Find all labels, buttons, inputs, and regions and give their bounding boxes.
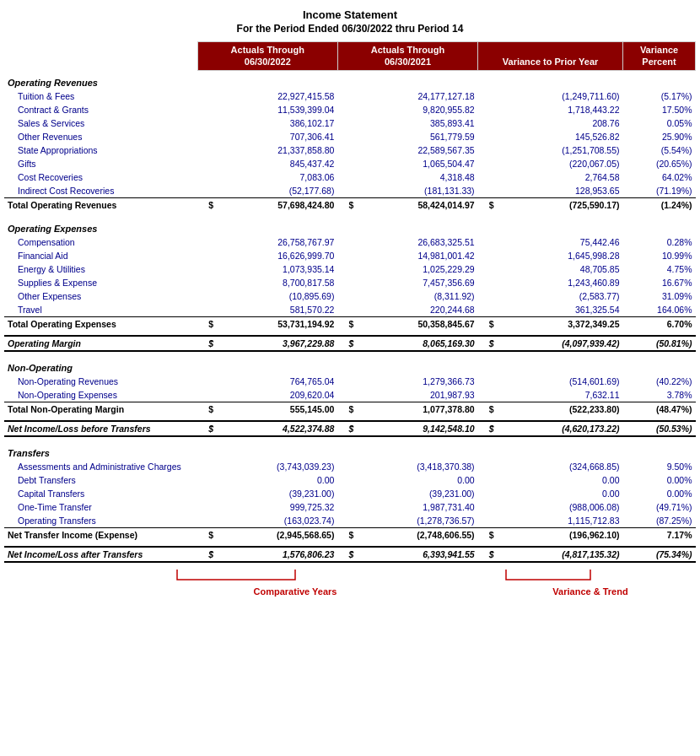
non-op-revenues-label: Non-Operating Revenues [4,375,197,388]
total-op-rev-pct: (1.24%) [623,197,696,212]
state-approp-v2: 22,589,567.35 [357,143,477,157]
travel-var: 361,325.54 [498,303,623,317]
indirect-cost-v1: (52,177.68) [217,184,337,198]
state-approp-pct: (5.54%) [623,143,696,157]
debt-trans-var: 0.00 [498,473,623,487]
net-income-before-label: Net Income/Loss before Transfers [4,421,197,436]
indirect-cost-pct: (71.19%) [623,184,696,198]
travel-v1: 581,570.22 [217,303,337,317]
one-time-v2: 1,987,731.40 [357,500,477,514]
non-op-exp-pct: 3.78% [623,388,696,402]
contract-grants-v2: 9,820,955.82 [357,103,477,116]
gifts-label: Gifts [4,157,197,170]
energy-pct: 4.75% [623,262,696,276]
sales-services-label: Sales & Services [4,116,197,130]
cost-rec-pct: 64.02% [623,170,696,184]
op-trans-v2: (1,278,736.57) [357,514,477,528]
financial-aid-pct: 10.99% [623,249,696,262]
cost-rec-v2: 4,318.48 [357,170,477,184]
assessments-pct: 9.50% [623,460,696,473]
net-before-ds3: $ [478,421,498,436]
one-time-pct: (49.71%) [623,500,696,514]
total-op-rev-ds3: $ [478,197,498,212]
op-margin-pct: (50.81%) [623,336,696,351]
operating-margin-label: Operating Margin [4,336,197,351]
page-title: Income Statement [4,8,696,21]
header-col3: Variance to Prior Year [478,42,623,71]
state-appropriations-label: State Appropriations [4,143,197,157]
total-op-rev-v2: 58,424,014.97 [357,197,477,212]
supplies-var: 1,243,460.89 [498,276,623,289]
net-after-var: (4,817,135.32) [498,547,623,562]
net-before-v2: 9,142,548.10 [357,421,477,436]
comparative-bracket-svg [169,568,422,585]
page-subtitle: For the Period Ended 06/30/2022 thru Per… [4,23,696,35]
net-before-ds1: $ [197,421,217,436]
variance-bracket-svg [498,568,683,585]
other-exp-var: (2,583.77) [498,289,623,303]
non-op-rev-pct: (40.22%) [623,375,696,388]
total-op-rev-var: (725,590.17) [498,197,623,212]
supplies-expense-label: Supplies & Expense [4,276,197,289]
travel-pct: 164.06% [623,303,696,317]
financial-aid-v1: 16,626,999.70 [217,249,337,262]
gifts-pct: (20.65%) [623,157,696,170]
supplies-v2: 7,457,356.69 [357,276,477,289]
energy-v2: 1,025,229.29 [357,262,477,276]
cost-rec-var: 2,764.58 [498,170,623,184]
capital-trans-var: 0.00 [498,487,623,500]
sales-services-v1: 386,102.17 [217,116,337,130]
net-trans-var: (196,962.10) [498,527,623,542]
total-op-exp-pct: 6.70% [623,316,696,331]
total-non-op-ds2: $ [337,402,357,416]
debt-transfers-label: Debt Transfers [4,473,197,487]
tuition-fees-label: Tuition & Fees [4,89,197,103]
operating-revenues-header: Operating Revenues [4,70,696,89]
net-after-pct: (75.34%) [623,547,696,562]
other-expenses-label: Other Expenses [4,289,197,303]
capital-trans-v1: (39,231.00) [217,487,337,500]
header-col1: Actuals Through06/30/2022 [197,42,337,71]
compensation-v1: 26,758,767.97 [217,235,337,249]
net-before-v1: 4,522,374.88 [217,421,337,436]
one-time-var: (988,006.08) [498,500,623,514]
net-after-ds3: $ [478,547,498,562]
net-transfer-label: Net Transfer Income (Expense) [4,527,197,542]
comparative-years-bracket: Comparative Years [169,568,422,597]
net-trans-ds2: $ [337,527,357,542]
op-margin-ds3: $ [478,336,498,351]
debt-trans-v1: 0.00 [217,473,337,487]
financial-aid-label: Financial Aid [4,249,197,262]
gifts-var: (220,067.05) [498,157,623,170]
supplies-v1: 8,700,817.58 [217,276,337,289]
net-trans-pct: 7.17% [623,527,696,542]
operating-transfers-label: Operating Transfers [4,514,197,528]
one-time-v1: 999,725.32 [217,500,337,514]
net-before-var: (4,620,173.22) [498,421,623,436]
contract-grants-label: Contract & Grants [4,103,197,116]
tuition-fees-var: (1,249,711.60) [498,89,623,103]
contract-grants-pct: 17.50% [623,103,696,116]
capital-transfers-label: Capital Transfers [4,487,197,500]
indirect-cost-rec-label: Indirect Cost Recoveries [4,184,197,198]
travel-v2: 220,244.68 [357,303,477,317]
debt-trans-pct: 0.00% [623,473,696,487]
total-non-op-v1: 555,145.00 [217,402,337,416]
net-after-v2: 6,393,941.55 [357,547,477,562]
header-label [4,42,197,71]
header-col2: Actuals Through06/30/2021 [337,42,477,71]
energy-var: 48,705.85 [498,262,623,276]
gifts-v2: 1,065,504.47 [357,157,477,170]
op-trans-var: 1,115,712.83 [498,514,623,528]
debt-trans-v2: 0.00 [357,473,477,487]
net-before-ds2: $ [337,421,357,436]
total-non-op-v2: 1,077,378.80 [357,402,477,416]
sales-services-v2: 385,893.41 [357,116,477,130]
total-op-exp-v1: 53,731,194.92 [217,316,337,331]
net-trans-ds1: $ [197,527,217,542]
tuition-fees-ds1 [197,89,217,103]
assessments-label: Assessments and Administrative Charges [4,460,197,473]
total-op-rev-label: Total Operating Revenues [4,197,197,212]
other-revenues-label: Other Revenues [4,130,197,143]
operating-expenses-header: Operating Expenses [4,217,696,235]
